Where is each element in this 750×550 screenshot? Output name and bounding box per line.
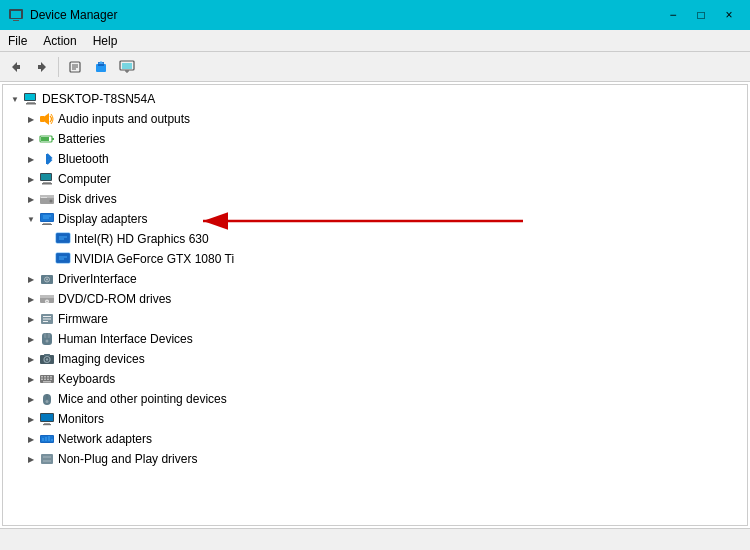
title-bar: Device Manager − □ × (0, 0, 750, 30)
status-bar (0, 528, 750, 550)
computer-expand[interactable]: ▶ (23, 169, 39, 189)
menu-bar: File Action Help (0, 30, 750, 52)
intel-label: Intel(R) HD Graphics 630 (74, 232, 209, 246)
back-button[interactable] (4, 55, 28, 79)
title-bar-controls: − □ × (660, 5, 742, 25)
main-content: ▼ DESKTOP-T8SN54A ▶ (0, 82, 750, 528)
tree-item-bluetooth[interactable]: ▶ Bluetooth (3, 149, 747, 169)
svg-point-80 (46, 400, 49, 403)
tree-item-batteries[interactable]: ▶ Batteries (3, 129, 747, 149)
forward-button[interactable] (30, 55, 54, 79)
svg-rect-17 (25, 94, 35, 100)
tree-item-network[interactable]: ▶ Network adapters (3, 429, 747, 449)
diskdrives-label: Disk drives (58, 192, 117, 206)
imaging-expand[interactable]: ▶ (23, 349, 39, 369)
minimize-button[interactable]: − (660, 5, 686, 25)
tree-item-driverinterface[interactable]: ▶ DriverInterface (3, 269, 747, 289)
monitor-button[interactable] (115, 55, 139, 79)
properties-button[interactable] (63, 55, 87, 79)
svg-marker-4 (38, 62, 46, 72)
menu-file[interactable]: File (0, 32, 35, 50)
root-label: DESKTOP-T8SN54A (42, 92, 155, 106)
display-expand[interactable]: ▼ (23, 209, 39, 229)
mice-expand[interactable]: ▶ (23, 389, 39, 409)
svg-rect-67 (44, 354, 50, 356)
displayadapters-label: Display adapters (58, 212, 147, 226)
tree-item-imaging[interactable]: ▶ Imaging devices (3, 349, 747, 369)
svg-rect-75 (47, 379, 49, 381)
driver-expand[interactable]: ▶ (23, 269, 39, 289)
svg-marker-21 (45, 113, 49, 125)
display-icon (39, 211, 55, 227)
dvd-expand[interactable]: ▶ (23, 289, 39, 309)
firmware-icon (39, 311, 55, 327)
maximize-button[interactable]: □ (688, 5, 714, 25)
svg-rect-74 (44, 379, 46, 381)
nonplug-label: Non-Plug and Play drivers (58, 452, 197, 466)
root-computer-icon (23, 91, 39, 107)
monitors-expand[interactable]: ▶ (23, 409, 39, 429)
tree-item-keyboards[interactable]: ▶ Keyboards (3, 369, 747, 389)
tree-item-intel[interactable]: ▶ Intel(R) HD Graphics 630 (3, 229, 747, 249)
root-expand[interactable]: ▼ (7, 89, 23, 109)
device-tree[interactable]: ▼ DESKTOP-T8SN54A ▶ (2, 84, 748, 526)
svg-rect-40 (57, 234, 69, 242)
firmware-expand[interactable]: ▶ (23, 309, 39, 329)
tree-item-nonplug[interactable]: ▶ Non-Plug and Play drivers (3, 449, 747, 469)
svg-rect-45 (57, 254, 69, 262)
svg-rect-1 (11, 11, 21, 18)
intel-gpu-icon (55, 231, 71, 247)
menu-help[interactable]: Help (85, 32, 126, 50)
tree-item-firmware[interactable]: ▶ Firmware (3, 309, 747, 329)
hid-expand[interactable]: ▶ (23, 329, 39, 349)
nvidia-gpu-icon (55, 251, 71, 267)
bluetooth-icon (39, 151, 55, 167)
svg-rect-18 (27, 102, 35, 103)
monitors-label: Monitors (58, 412, 104, 426)
network-expand[interactable]: ▶ (23, 429, 39, 449)
monitor-icon (119, 60, 135, 74)
audio-expand[interactable]: ▶ (23, 109, 39, 129)
svg-marker-3 (12, 62, 20, 72)
window-title: Device Manager (30, 8, 117, 22)
dvd-label: DVD/CD-ROM drives (58, 292, 171, 306)
network-icon (39, 431, 55, 447)
audio-icon (39, 111, 55, 127)
computer-icon (39, 171, 55, 187)
svg-point-63 (46, 340, 49, 343)
update-icon (94, 60, 108, 74)
svg-rect-36 (42, 224, 52, 225)
tree-item-mice[interactable]: ▶ Mice and other pointing devices (3, 389, 747, 409)
svg-point-66 (46, 358, 48, 360)
svg-rect-58 (43, 319, 51, 320)
update-driver-button[interactable] (89, 55, 113, 79)
tree-root[interactable]: ▼ DESKTOP-T8SN54A (3, 89, 747, 109)
toolbar (0, 52, 750, 82)
tree-item-nvidia[interactable]: ▶ NVIDIA GeForce GTX 1080 Ti (3, 249, 747, 269)
disk-expand[interactable]: ▶ (23, 189, 39, 209)
title-bar-left: Device Manager (8, 7, 117, 23)
svg-rect-77 (43, 381, 51, 383)
svg-rect-76 (50, 379, 52, 381)
tree-item-dvd[interactable]: ▶ DVD/CD-ROM drives (3, 289, 747, 309)
tree-item-diskdrives[interactable]: ▶ Disk drives (3, 189, 747, 209)
keyboard-icon (39, 371, 55, 387)
tree-item-hid[interactable]: ▶ Human Interface Devices (3, 329, 747, 349)
svg-rect-32 (41, 197, 47, 198)
svg-rect-27 (43, 182, 51, 183)
batteries-expand[interactable]: ▶ (23, 129, 39, 149)
svg-rect-70 (44, 376, 46, 378)
svg-rect-20 (40, 116, 45, 122)
firmware-label: Firmware (58, 312, 108, 326)
tree-item-audio[interactable]: ▶ Audio inputs and outputs (3, 109, 747, 129)
svg-rect-24 (41, 137, 49, 141)
tree-item-computer[interactable]: ▶ Computer (3, 169, 747, 189)
tree-item-monitors[interactable]: ▶ Monitors (3, 409, 747, 429)
keyboards-expand[interactable]: ▶ (23, 369, 39, 389)
tree-item-displayadapters[interactable]: ▼ Display adapters (3, 209, 747, 229)
nonplug-expand[interactable]: ▶ (23, 449, 39, 469)
close-button[interactable]: × (716, 5, 742, 25)
bluetooth-expand[interactable]: ▶ (23, 149, 39, 169)
menu-action[interactable]: Action (35, 32, 84, 50)
driverinterface-label: DriverInterface (58, 272, 137, 286)
